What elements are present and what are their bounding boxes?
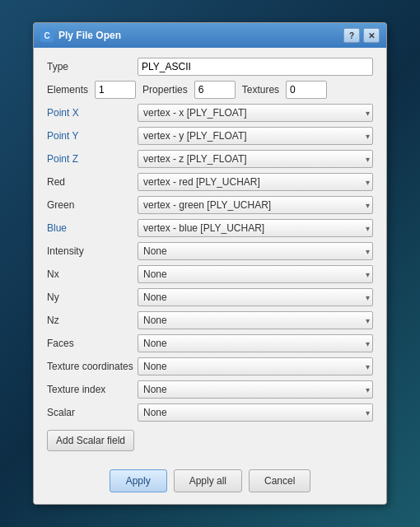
dropdown-row: IntensityNonevertex - x [PLY_FLOAT]verte…	[47, 242, 373, 260]
dropdown-row: ScalarNonevertex - x [PLY_FLOAT]vertex -…	[47, 403, 373, 422]
dropdown-label: Point X	[47, 107, 138, 119]
textures-label: Textures	[242, 84, 279, 96]
dropdown-select[interactable]: Nonevertex - x [PLY_FLOAT]vertex - y [PL…	[138, 334, 373, 352]
dropdown-row: GreenNonevertex - x [PLY_FLOAT]vertex - …	[47, 196, 373, 214]
title-bar: C Ply File Open ? ✕	[34, 23, 386, 48]
textures-input[interactable]	[286, 81, 327, 99]
dropdown-row: Texture coordinatesNonevertex - x [PLY_F…	[47, 357, 373, 375]
dropdown-select[interactable]: Nonevertex - x [PLY_FLOAT]vertex - y [PL…	[138, 173, 373, 191]
apply-all-button[interactable]: Apply all	[174, 469, 242, 492]
dropdown-label: Green	[47, 199, 138, 211]
dropdown-select[interactable]: Nonevertex - x [PLY_FLOAT]vertex - y [PL…	[138, 380, 373, 399]
dropdown-row: BlueNonevertex - x [PLY_FLOAT]vertex - y…	[47, 219, 373, 237]
dropdown-label: Ny	[47, 291, 138, 303]
dropdown-select[interactable]: Nonevertex - x [PLY_FLOAT]vertex - y [PL…	[138, 150, 373, 168]
dropdown-select[interactable]: Nonevertex - x [PLY_FLOAT]vertex - y [PL…	[138, 196, 373, 214]
help-button[interactable]: ?	[343, 28, 360, 43]
close-button[interactable]: ✕	[363, 28, 380, 43]
dropdown-select[interactable]: Nonevertex - x [PLY_FLOAT]vertex - y [PL…	[138, 127, 373, 145]
title-bar-left: C Ply File Open	[40, 29, 121, 42]
dropdown-select[interactable]: Nonevertex - x [PLY_FLOAT]vertex - y [PL…	[138, 265, 373, 283]
dialog: C Ply File Open ? ✕ Type Elements Proper…	[33, 22, 387, 505]
dropdown-select[interactable]: Nonevertex - x [PLY_FLOAT]vertex - y [PL…	[138, 104, 373, 122]
dropdown-label: Scalar	[47, 407, 138, 418]
dropdown-row: FacesNonevertex - x [PLY_FLOAT]vertex - …	[47, 334, 373, 352]
dropdown-row: Point ZNonevertex - x [PLY_FLOAT]vertex …	[47, 150, 373, 168]
footer: Apply Apply all Cancel	[34, 461, 386, 504]
dropdown-label: Texture index	[47, 384, 138, 395]
dropdown-label: Intensity	[47, 245, 138, 257]
elements-label: Elements	[47, 84, 88, 96]
dialog-content: Type Elements Properties Textures Point …	[34, 48, 386, 461]
dropdown-label: Nx	[47, 268, 138, 280]
dropdown-select[interactable]: Nonevertex - x [PLY_FLOAT]vertex - y [PL…	[138, 357, 373, 375]
info-row: Elements Properties Textures	[47, 81, 373, 99]
properties-label: Properties	[142, 84, 188, 96]
dialog-title: Ply File Open	[58, 30, 121, 41]
dropdown-select[interactable]: Nonevertex - x [PLY_FLOAT]vertex - y [PL…	[138, 219, 373, 237]
dropdown-row: NxNonevertex - x [PLY_FLOAT]vertex - y […	[47, 265, 373, 283]
dropdown-row: NzNonevertex - x [PLY_FLOAT]vertex - y […	[47, 311, 373, 329]
dropdown-row: Texture indexNonevertex - x [PLY_FLOAT]v…	[47, 380, 373, 399]
app-icon: C	[40, 29, 54, 42]
dropdown-row: NyNonevertex - x [PLY_FLOAT]vertex - y […	[47, 288, 373, 306]
properties-input[interactable]	[194, 81, 236, 99]
add-scalar-button[interactable]: Add Scalar field	[47, 430, 134, 451]
dropdown-select[interactable]: Nonevertex - x [PLY_FLOAT]vertex - y [PL…	[138, 311, 373, 329]
dropdown-select[interactable]: Nonevertex - x [PLY_FLOAT]vertex - y [PL…	[138, 242, 373, 260]
cancel-button[interactable]: Cancel	[249, 469, 310, 492]
type-input[interactable]	[138, 58, 373, 76]
elements-input[interactable]	[95, 81, 136, 99]
dropdown-label: Blue	[47, 222, 138, 234]
type-label: Type	[47, 61, 138, 72]
dropdown-label: Red	[47, 176, 138, 188]
dropdown-row: Point YNonevertex - x [PLY_FLOAT]vertex …	[47, 127, 373, 145]
dropdown-select[interactable]: Nonevertex - x [PLY_FLOAT]vertex - y [PL…	[138, 288, 373, 306]
dropdown-row: Point XNonevertex - x [PLY_FLOAT]vertex …	[47, 104, 373, 122]
dropdown-label: Texture coordinates	[47, 361, 138, 372]
title-bar-buttons: ? ✕	[343, 28, 380, 43]
dropdown-container: Point XNonevertex - x [PLY_FLOAT]vertex …	[47, 104, 373, 422]
dropdown-label: Faces	[47, 338, 138, 349]
dropdown-label: Point Z	[47, 153, 138, 165]
dropdown-label: Point Y	[47, 130, 138, 142]
apply-button[interactable]: Apply	[110, 469, 167, 492]
type-row: Type	[47, 58, 373, 76]
dropdown-label: Nz	[47, 315, 138, 326]
dropdown-select[interactable]: Nonevertex - x [PLY_FLOAT]vertex - y [PL…	[138, 403, 373, 422]
dropdown-row: RedNonevertex - x [PLY_FLOAT]vertex - y …	[47, 173, 373, 191]
